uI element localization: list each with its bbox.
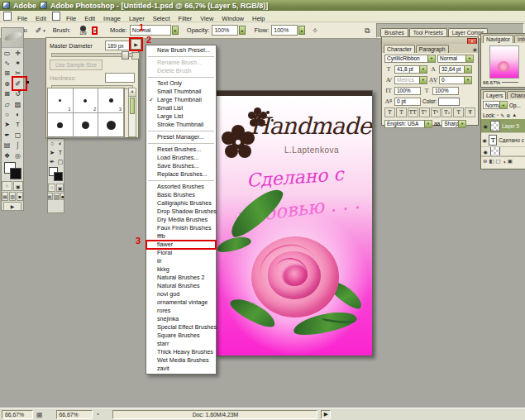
brush-menu-item-flawer[interactable]: flawer	[146, 241, 216, 249]
brush-menu-item-stroke-thumbnail[interactable]: Stroke Thumbnail	[146, 121, 216, 129]
opacity-field[interactable]: 100%	[212, 25, 238, 36]
language-select[interactable]: English: USA▾	[384, 120, 432, 128]
layer-row-1[interactable]: ◉TСделано с л...	[481, 133, 525, 147]
char-style-button-1[interactable]: T	[396, 107, 407, 117]
brush-preview[interactable]: 189	[74, 24, 91, 36]
flow-field[interactable]: 100%	[271, 25, 298, 36]
opacity-arrow-button[interactable]: ▸	[239, 26, 246, 35]
inner-pen-tool-icon[interactable]: ✒	[48, 157, 56, 166]
navigator-zoom-value[interactable]: 66.67%	[483, 79, 500, 85]
eraser-tool-icon[interactable]: ▱	[2, 99, 12, 109]
zoom-field-outer[interactable]: 66,67%	[2, 410, 33, 419]
blend-mode-select[interactable]: Normal▾	[483, 101, 508, 109]
brush-cell[interactable]: 2	[74, 88, 99, 113]
gradient-tool-icon[interactable]: ▨	[12, 99, 23, 109]
inner-screen-c-button[interactable]: ■	[60, 193, 64, 200]
notes-tool-icon[interactable]: ▤	[2, 141, 12, 150]
inner-screen-b-button[interactable]: ▥	[54, 193, 60, 200]
eye-icon[interactable]: ◉	[482, 149, 489, 155]
doc-size-field[interactable]: Doc: 1,60M/4,23M	[112, 410, 317, 419]
font-family-select[interactable]: CyrillicRibbon▾	[384, 55, 436, 63]
char-style-button-5[interactable]: T₁	[441, 107, 452, 117]
brush-cell[interactable]	[48, 113, 74, 138]
brush-menu-item-starr[interactable]: starr	[146, 340, 216, 348]
shape-tool-icon[interactable]: ▢	[12, 130, 23, 140]
outer-menu-file[interactable]: File	[13, 15, 31, 22]
layer-style-icon[interactable]: ⊛	[483, 158, 487, 165]
path-selection-tool-icon[interactable]: ➤	[2, 120, 12, 130]
scroll-up-arrow-icon[interactable]: ▲	[129, 88, 136, 97]
airbrush-icon[interactable]: ✧	[312, 26, 318, 35]
brush-menu-item-square-brushes[interactable]: Square Brushes	[146, 332, 216, 340]
brush-panel-flyout-button[interactable]: ▶	[131, 39, 141, 50]
zoom-tool-icon[interactable]: ◎	[12, 150, 23, 160]
inner-background-swatch[interactable]	[54, 172, 63, 181]
new-layer-icon[interactable]: ▣	[508, 158, 513, 165]
file-browser-toggle-icon[interactable]: ⧉	[365, 26, 370, 36]
char-style-button-4[interactable]: T¹	[431, 107, 441, 117]
char-style-button-7[interactable]: Ŧ	[465, 107, 475, 117]
adjustment-layer-icon[interactable]: ◑	[503, 159, 506, 165]
hand-tool-icon[interactable]: ❖	[2, 150, 12, 160]
brush-menu-item-new-brush-preset[interactable]: New Brush Preset...	[146, 46, 216, 55]
lock-position-icon[interactable]: ⊕	[506, 112, 510, 118]
brush-menu-item-save-brushes[interactable]: Save Brushes...	[146, 162, 216, 170]
brush-cell[interactable]: 3	[98, 88, 124, 113]
vertical-scale-field[interactable]: 100%	[394, 87, 421, 95]
eye-icon[interactable]: ◉	[482, 137, 487, 143]
move-tool-icon[interactable]: ✛	[12, 48, 23, 58]
brush-menu-item-wet-media-brushes[interactable]: Wet Media Brushes	[146, 356, 216, 365]
kerning-select[interactable]: Metrics▾	[394, 76, 427, 84]
brush-menu-item-natural-brushes-2[interactable]: Natural Brushes 2	[146, 274, 216, 282]
char-style-button-2[interactable]: TT	[408, 107, 418, 117]
menu-select[interactable]: Select	[149, 15, 174, 22]
menu-help[interactable]: Help	[248, 15, 269, 22]
brush-menu-item-calligraphic-brushes[interactable]: Calligraphic Brushes	[146, 199, 216, 208]
inner-dodge-tool-icon[interactable]: ◐	[56, 139, 64, 148]
menu-window[interactable]: Window	[217, 15, 248, 22]
layer-row-2[interactable]: ◉	[481, 147, 525, 156]
zoom-field[interactable]: 66,67%	[56, 410, 93, 419]
menu-filter[interactable]: Filter	[174, 15, 197, 22]
brush-menu-item-snejinka[interactable]: snejinka	[146, 315, 216, 323]
brush-menu-item-large-thumbnail[interactable]: Large Thumbnail✓	[146, 96, 216, 104]
brush-menu-item-replace-brushes[interactable]: Replace Brushes...	[146, 170, 216, 179]
lock-pixels-icon[interactable]: ✎	[500, 112, 504, 118]
tab-paragraph[interactable]: Paragraph	[416, 45, 449, 53]
tab-channels[interactable]: Channels	[507, 91, 525, 99]
eyedropper-tool-icon[interactable]: ⌡	[12, 141, 23, 150]
character-palette-titlebar[interactable]: ×	[382, 37, 478, 44]
char-style-button-0[interactable]: T	[384, 107, 395, 117]
navigator-thumbnail[interactable]	[489, 45, 519, 79]
brush-menu-item-kkkg[interactable]: kkkg	[146, 265, 216, 274]
brush-menu-item-reset-brushes[interactable]: Reset Brushes...	[146, 146, 216, 154]
text-color-swatch[interactable]	[438, 98, 460, 106]
layer-row-0[interactable]: ◉Layer 5	[481, 119, 525, 133]
tab-info[interactable]: Info	[514, 35, 525, 43]
brush-cell[interactable]	[74, 113, 99, 138]
font-size-select[interactable]: 41,8 pt▾	[394, 65, 427, 74]
blur-tool-icon[interactable]: ○	[2, 109, 12, 119]
brush-menu-item-large-list[interactable]: Large List	[146, 112, 216, 121]
diameter-slider-knob[interactable]	[122, 51, 129, 60]
tab-character[interactable]: Character	[384, 45, 415, 53]
antialias-select[interactable]: Sharp▾	[441, 120, 466, 128]
tab-navigator[interactable]: Navigator	[483, 35, 513, 43]
brush-menu-item-novi-god[interactable]: novi god	[146, 290, 216, 298]
brush-menu-item-drop-shadow-brushes[interactable]: Drop Shadow Brushes	[146, 208, 216, 216]
char-style-button-6[interactable]: T	[453, 107, 464, 117]
tracking-select[interactable]: 0▾	[439, 76, 472, 84]
type-tool-icon[interactable]: T	[12, 120, 23, 130]
brush-menu-item-preset-manager[interactable]: Preset Manager...	[146, 133, 216, 141]
brush-menu-item-load-brushes[interactable]: Load Brushes...	[146, 154, 216, 162]
marquee-tool-icon[interactable]: ▭	[2, 48, 12, 58]
imageready-button[interactable]: ▶	[3, 202, 21, 211]
brush-menu-item-small-list[interactable]: Small List	[146, 104, 216, 112]
tool-preset-dropdown-icon[interactable]: ▾	[43, 28, 45, 33]
menu-view[interactable]: View	[196, 15, 217, 22]
horizontal-scale-field[interactable]: 100%	[432, 87, 459, 95]
brush-menu-item-thick-heavy-brushes[interactable]: Thick Heavy Brushes	[146, 348, 216, 356]
palette-menu-icon[interactable]: ◉	[473, 46, 477, 52]
use-sample-size-button[interactable]: Use Sample Size	[50, 60, 103, 70]
menu-layer[interactable]: Layer	[125, 15, 149, 22]
